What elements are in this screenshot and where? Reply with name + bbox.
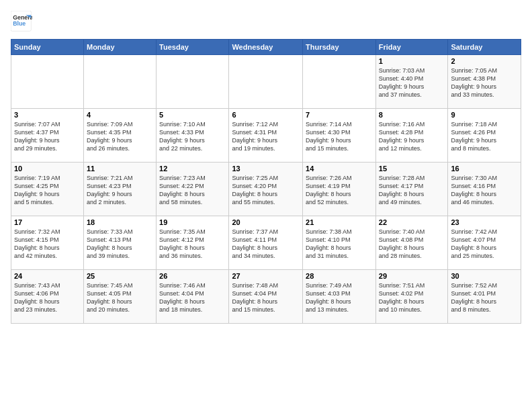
calendar-header-thursday: Thursday [303,40,376,55]
day-number: 22 [379,218,445,226]
day-info: Sunrise: 7:38 AMSunset: 4:10 PMDaylight:… [306,228,373,261]
calendar-cell: 7Sunrise: 7:14 AMSunset: 4:30 PMDaylight… [303,109,376,163]
day-number: 17 [14,218,81,226]
calendar-header-row: SundayMondayTuesdayWednesdayThursdayFrid… [11,40,521,55]
day-info: Sunrise: 7:45 AMSunset: 4:05 PMDaylight:… [87,281,153,314]
calendar-cell: 23Sunrise: 7:42 AMSunset: 4:07 PMDayligh… [448,216,521,270]
day-info: Sunrise: 7:37 AMSunset: 4:11 PMDaylight:… [232,228,300,261]
day-number: 23 [451,218,518,226]
day-number: 21 [306,218,373,226]
day-number: 4 [87,111,153,119]
day-number: 6 [232,111,300,119]
calendar-cell: 30Sunrise: 7:52 AMSunset: 4:01 PMDayligh… [448,270,521,324]
calendar-cell: 4Sunrise: 7:09 AMSunset: 4:35 PMDaylight… [83,109,156,163]
calendar: SundayMondayTuesdayWednesdayThursdayFrid… [11,39,521,324]
day-info: Sunrise: 7:10 AMSunset: 4:33 PMDaylight:… [159,120,226,153]
day-number: 29 [379,272,445,280]
calendar-cell: 27Sunrise: 7:48 AMSunset: 4:04 PMDayligh… [229,270,303,324]
calendar-cell: 19Sunrise: 7:35 AMSunset: 4:12 PMDayligh… [157,216,229,270]
day-number: 12 [159,165,226,173]
calendar-cell: 12Sunrise: 7:23 AMSunset: 4:22 PMDayligh… [157,163,229,216]
day-info: Sunrise: 7:21 AMSunset: 4:23 PMDaylight:… [87,174,153,207]
day-number: 25 [87,272,153,280]
day-info: Sunrise: 7:26 AMSunset: 4:19 PMDaylight:… [306,174,373,207]
calendar-cell: 16Sunrise: 7:30 AMSunset: 4:16 PMDayligh… [448,163,521,216]
day-number: 2 [451,57,518,65]
day-info: Sunrise: 7:12 AMSunset: 4:31 PMDaylight:… [232,120,300,153]
day-info: Sunrise: 7:52 AMSunset: 4:01 PMDaylight:… [451,281,518,314]
day-number: 28 [306,272,373,280]
svg-text:Blue: Blue [13,20,26,27]
calendar-cell: 10Sunrise: 7:19 AMSunset: 4:25 PMDayligh… [11,163,84,216]
calendar-cell: 2Sunrise: 7:05 AMSunset: 4:38 PMDaylight… [448,55,521,109]
calendar-cell: 9Sunrise: 7:18 AMSunset: 4:26 PMDaylight… [448,109,521,163]
calendar-cell [11,55,84,109]
calendar-header-saturday: Saturday [448,40,521,55]
calendar-week-2: 3Sunrise: 7:07 AMSunset: 4:37 PMDaylight… [11,109,521,163]
calendar-cell [157,55,229,109]
day-info: Sunrise: 7:30 AMSunset: 4:16 PMDaylight:… [451,174,518,207]
calendar-cell: 24Sunrise: 7:43 AMSunset: 4:06 PMDayligh… [11,270,84,324]
calendar-cell: 11Sunrise: 7:21 AMSunset: 4:23 PMDayligh… [83,163,156,216]
calendar-cell: 15Sunrise: 7:28 AMSunset: 4:17 PMDayligh… [375,163,448,216]
calendar-cell: 28Sunrise: 7:49 AMSunset: 4:03 PMDayligh… [303,270,376,324]
day-number: 30 [451,272,518,280]
calendar-cell: 20Sunrise: 7:37 AMSunset: 4:11 PMDayligh… [229,216,303,270]
day-info: Sunrise: 7:18 AMSunset: 4:26 PMDaylight:… [451,120,518,153]
day-info: Sunrise: 7:03 AMSunset: 4:40 PMDaylight:… [379,66,445,99]
day-info: Sunrise: 7:09 AMSunset: 4:35 PMDaylight:… [87,120,153,153]
day-number: 11 [87,165,153,173]
calendar-week-1: 1Sunrise: 7:03 AMSunset: 4:40 PMDaylight… [11,55,521,109]
calendar-cell: 17Sunrise: 7:32 AMSunset: 4:15 PMDayligh… [11,216,84,270]
calendar-cell: 29Sunrise: 7:51 AMSunset: 4:02 PMDayligh… [375,270,448,324]
calendar-cell: 8Sunrise: 7:16 AMSunset: 4:28 PMDaylight… [375,109,448,163]
calendar-header-friday: Friday [375,40,448,55]
day-number: 20 [232,218,300,226]
day-number: 1 [379,57,445,65]
calendar-week-3: 10Sunrise: 7:19 AMSunset: 4:25 PMDayligh… [11,163,521,216]
day-info: Sunrise: 7:42 AMSunset: 4:07 PMDaylight:… [451,228,518,261]
svg-text:General: General [13,14,32,21]
calendar-header-wednesday: Wednesday [229,40,303,55]
calendar-cell: 6Sunrise: 7:12 AMSunset: 4:31 PMDaylight… [229,109,303,163]
day-number: 27 [232,272,300,280]
day-number: 26 [159,272,226,280]
day-info: Sunrise: 7:07 AMSunset: 4:37 PMDaylight:… [14,120,81,153]
day-info: Sunrise: 7:49 AMSunset: 4:03 PMDaylight:… [306,281,373,314]
logo-icon: General Blue [11,11,32,32]
day-number: 15 [379,165,445,173]
calendar-cell [303,55,376,109]
day-info: Sunrise: 7:16 AMSunset: 4:28 PMDaylight:… [379,120,445,153]
day-number: 19 [159,218,226,226]
calendar-cell: 22Sunrise: 7:40 AMSunset: 4:08 PMDayligh… [375,216,448,270]
day-info: Sunrise: 7:46 AMSunset: 4:04 PMDaylight:… [159,281,226,314]
calendar-cell: 5Sunrise: 7:10 AMSunset: 4:33 PMDaylight… [157,109,229,163]
day-number: 14 [306,165,373,173]
day-info: Sunrise: 7:25 AMSunset: 4:20 PMDaylight:… [232,174,300,207]
day-number: 10 [14,165,81,173]
day-number: 18 [87,218,153,226]
day-number: 8 [379,111,445,119]
calendar-cell: 13Sunrise: 7:25 AMSunset: 4:20 PMDayligh… [229,163,303,216]
day-info: Sunrise: 7:32 AMSunset: 4:15 PMDaylight:… [14,228,81,261]
day-number: 3 [14,111,81,119]
calendar-cell: 26Sunrise: 7:46 AMSunset: 4:04 PMDayligh… [157,270,229,324]
logo: General Blue [11,11,35,32]
day-number: 5 [159,111,226,119]
calendar-header-tuesday: Tuesday [157,40,229,55]
calendar-cell: 14Sunrise: 7:26 AMSunset: 4:19 PMDayligh… [303,163,376,216]
day-number: 7 [306,111,373,119]
day-number: 16 [451,165,518,173]
calendar-cell: 18Sunrise: 7:33 AMSunset: 4:13 PMDayligh… [83,216,156,270]
calendar-cell: 21Sunrise: 7:38 AMSunset: 4:10 PMDayligh… [303,216,376,270]
day-number: 13 [232,165,300,173]
day-info: Sunrise: 7:40 AMSunset: 4:08 PMDaylight:… [379,228,445,261]
day-info: Sunrise: 7:14 AMSunset: 4:30 PMDaylight:… [306,120,373,153]
day-info: Sunrise: 7:19 AMSunset: 4:25 PMDaylight:… [14,174,81,207]
calendar-cell [83,55,156,109]
day-info: Sunrise: 7:05 AMSunset: 4:38 PMDaylight:… [451,66,518,99]
calendar-cell: 25Sunrise: 7:45 AMSunset: 4:05 PMDayligh… [83,270,156,324]
page: General Blue SundayMondayTuesdayWednesda… [0,0,532,329]
day-info: Sunrise: 7:43 AMSunset: 4:06 PMDaylight:… [14,281,81,314]
calendar-header-monday: Monday [83,40,156,55]
